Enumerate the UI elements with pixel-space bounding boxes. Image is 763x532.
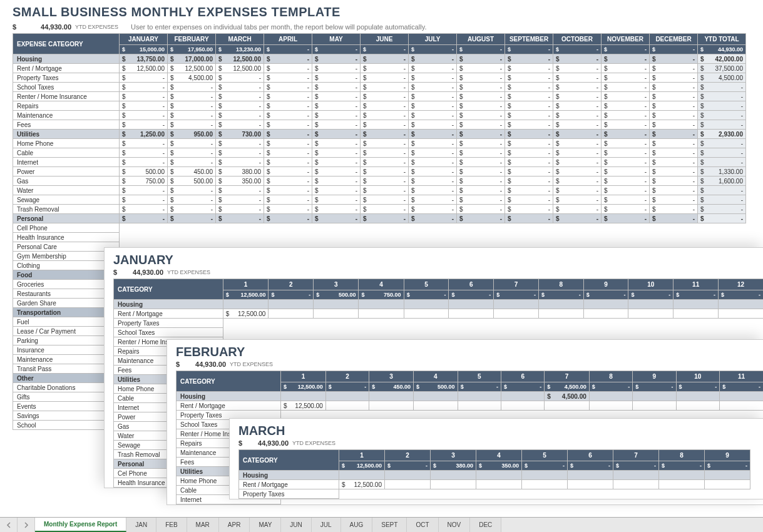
value-cell[interactable]: $- (553, 111, 602, 120)
category-cell[interactable]: Health Insurance (13, 233, 120, 242)
value-cell[interactable]: $- (553, 130, 602, 139)
value-cell[interactable]: $- (168, 111, 216, 120)
category-cell[interactable]: Home Phone (13, 139, 120, 148)
category-cell[interactable]: Cable (13, 148, 120, 158)
panel-value-cell[interactable] (628, 300, 673, 309)
value-cell[interactable]: $- (505, 176, 553, 186)
value-cell[interactable]: $- (650, 92, 698, 101)
category-cell[interactable]: Restaurants (13, 289, 120, 299)
value-cell[interactable]: $- (264, 83, 312, 92)
value-cell[interactable]: $- (312, 186, 361, 195)
value-cell[interactable]: $- (553, 176, 602, 186)
category-cell[interactable]: Parking (13, 336, 120, 345)
value-cell[interactable]: $- (698, 139, 746, 148)
value-cell[interactable]: $- (216, 148, 264, 158)
category-cell[interactable]: Utilities (13, 130, 120, 139)
panel-value-cell[interactable] (568, 471, 613, 480)
value-cell[interactable]: $- (216, 92, 264, 101)
value-cell[interactable]: $- (602, 176, 650, 186)
value-cell[interactable]: $- (120, 205, 168, 214)
value-cell[interactable]: $380.00 (216, 167, 264, 176)
category-cell[interactable]: Maintenance (13, 111, 120, 120)
value-cell[interactable]: $- (457, 73, 505, 83)
panel-value-cell[interactable] (676, 401, 720, 411)
value-cell[interactable]: $- (698, 214, 746, 223)
value-cell[interactable]: $- (120, 83, 168, 92)
value-cell[interactable]: $- (216, 139, 264, 148)
value-cell[interactable]: $- (264, 111, 312, 120)
value-cell[interactable]: $- (602, 130, 650, 139)
value-cell[interactable]: $- (602, 64, 650, 73)
sheet-tab[interactable]: MAY (250, 518, 281, 532)
value-cell[interactable]: $- (168, 195, 216, 205)
value-cell[interactable]: $- (457, 195, 505, 205)
category-cell[interactable]: Other (13, 374, 120, 383)
value-cell[interactable]: $- (650, 186, 698, 195)
panel-value-cell[interactable] (720, 392, 763, 401)
value-cell[interactable]: $- (505, 167, 553, 176)
panel-value-cell[interactable] (325, 401, 369, 411)
value-cell[interactable]: $- (553, 92, 602, 101)
value-cell[interactable]: $- (698, 158, 746, 167)
category-cell[interactable]: Charitable Donations (13, 383, 120, 392)
panel-value-cell[interactable] (720, 401, 763, 411)
value-cell[interactable]: $- (505, 92, 553, 101)
panel-value-cell[interactable] (413, 401, 458, 411)
value-cell[interactable]: $- (505, 148, 553, 158)
value-cell[interactable]: $- (361, 148, 409, 158)
panel-value-cell[interactable] (538, 309, 583, 319)
panel-value-cell[interactable] (325, 392, 369, 401)
panel-value-cell[interactable] (476, 471, 522, 480)
value-cell[interactable]: $- (168, 120, 216, 130)
value-cell[interactable]: $- (312, 214, 361, 223)
value-cell[interactable]: $13,750.00 (120, 54, 168, 64)
value-cell[interactable]: $730.00 (216, 130, 264, 139)
value-cell[interactable]: $- (457, 176, 505, 186)
value-cell[interactable]: $- (650, 83, 698, 92)
value-cell[interactable]: $- (553, 54, 602, 64)
value-cell[interactable]: $17,000.00 (168, 54, 216, 64)
sheet-tab[interactable]: JUN (281, 518, 311, 532)
value-cell[interactable]: $- (602, 111, 650, 120)
value-cell[interactable]: $- (602, 167, 650, 176)
value-cell[interactable]: $- (457, 205, 505, 214)
value-cell[interactable]: $- (264, 176, 312, 186)
value-cell[interactable]: $- (264, 139, 312, 148)
value-cell[interactable]: $- (120, 139, 168, 148)
value-cell[interactable]: $- (361, 101, 409, 111)
value-cell[interactable]: $- (505, 120, 553, 130)
value-cell[interactable]: $- (602, 148, 650, 158)
value-cell[interactable]: $- (361, 167, 409, 176)
value-cell[interactable]: $450.00 (168, 167, 216, 176)
category-cell[interactable]: Internet (13, 158, 120, 167)
value-cell[interactable]: $- (650, 120, 698, 130)
value-cell[interactable]: $- (409, 83, 457, 92)
value-cell[interactable]: $- (312, 54, 361, 64)
panel-value-cell[interactable] (369, 392, 414, 401)
value-cell[interactable]: $- (168, 158, 216, 167)
value-cell[interactable]: $- (457, 64, 505, 73)
panel-value-cell[interactable] (314, 309, 359, 319)
value-cell[interactable]: $- (312, 92, 361, 101)
category-cell[interactable]: Personal Care (13, 242, 120, 252)
value-cell[interactable]: $- (120, 195, 168, 205)
tab-nav-prev[interactable] (0, 518, 18, 532)
value-cell[interactable]: $- (698, 111, 746, 120)
value-cell[interactable]: $- (312, 83, 361, 92)
value-cell[interactable]: $- (409, 130, 457, 139)
category-cell[interactable]: Rent / Mortgage (13, 64, 120, 73)
panel-value-cell[interactable] (633, 392, 676, 401)
value-cell[interactable]: $- (120, 214, 168, 223)
value-cell[interactable]: $- (505, 158, 553, 167)
panel-value-cell[interactable] (522, 471, 568, 480)
value-cell[interactable]: $- (409, 101, 457, 111)
value-cell[interactable]: $- (602, 120, 650, 130)
panel-category-cell[interactable]: Rent / Mortgage (177, 401, 281, 411)
value-cell[interactable]: $- (216, 158, 264, 167)
panel-value-cell[interactable] (501, 392, 544, 401)
sheet-tab[interactable]: JUL (312, 518, 341, 532)
panel-value-cell[interactable] (404, 309, 449, 319)
value-cell[interactable]: $- (216, 205, 264, 214)
category-cell[interactable]: Garden Share (13, 299, 120, 308)
category-cell[interactable]: Maintenance (13, 355, 120, 364)
